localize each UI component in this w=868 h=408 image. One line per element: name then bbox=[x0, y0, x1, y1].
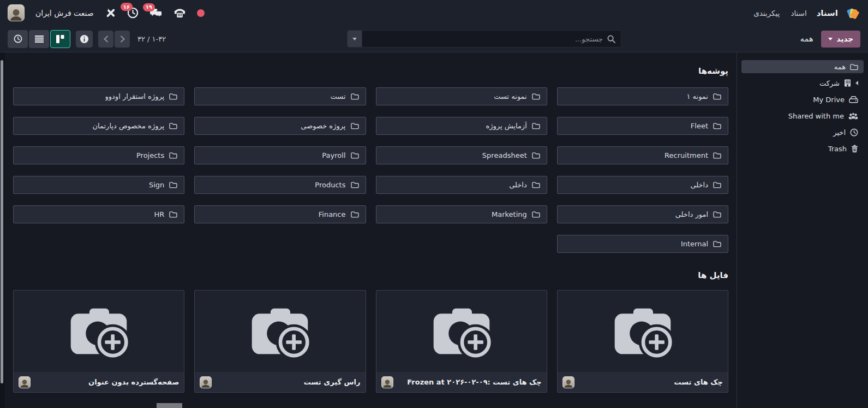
chevron-left-icon bbox=[104, 36, 109, 43]
sidebar-item-trash[interactable]: Trash bbox=[741, 142, 864, 155]
camera-plus-icon bbox=[249, 305, 311, 358]
sidebar-item-label: شرکت bbox=[819, 79, 840, 87]
folder-card[interactable]: پروژه استقرار اودوو bbox=[13, 87, 184, 105]
folder-icon bbox=[532, 152, 540, 159]
search-icon bbox=[607, 35, 615, 43]
activity-count-badge: ۱۶ bbox=[121, 3, 133, 11]
chat-icon[interactable]: ۱۹ bbox=[149, 8, 163, 19]
folder-icon bbox=[850, 63, 858, 70]
new-button[interactable]: جدید bbox=[821, 31, 860, 48]
menu-documents[interactable]: اسناد bbox=[789, 7, 807, 20]
list-view-button[interactable] bbox=[29, 30, 49, 48]
phone-icon[interactable] bbox=[173, 7, 186, 19]
activity-clock-icon[interactable]: ۱۶ bbox=[127, 7, 139, 19]
folder-icon bbox=[713, 181, 721, 188]
folder-card[interactable]: امور داخلی bbox=[557, 205, 728, 223]
info-icon bbox=[80, 34, 89, 44]
folder-card[interactable]: داخلی bbox=[376, 176, 547, 194]
caret-left-icon[interactable] bbox=[855, 81, 858, 85]
sidebar-item-label: Trash bbox=[828, 145, 847, 153]
kanban-view-button[interactable] bbox=[50, 30, 70, 48]
pager-previous-button[interactable] bbox=[98, 31, 113, 48]
folder-icon bbox=[713, 240, 721, 247]
message-count-badge: ۱۹ bbox=[143, 3, 155, 11]
sidebar-item-label: همه bbox=[834, 63, 846, 71]
folder-name: Marketing bbox=[492, 210, 527, 218]
vertical-scrollbar[interactable] bbox=[0, 52, 5, 408]
sidebar-item-label: My Drive bbox=[813, 96, 845, 104]
folder-card[interactable]: نمونه ۱ bbox=[557, 87, 728, 105]
folder-card[interactable]: نمونه تست bbox=[376, 87, 547, 105]
company-switcher[interactable]: صنعت فرش ایران bbox=[35, 9, 94, 17]
folder-card[interactable]: Projects bbox=[13, 146, 184, 164]
folder-name: پروژه خصوصی bbox=[301, 122, 345, 130]
file-title: راس گیری تست bbox=[304, 378, 361, 386]
folder-name: Products bbox=[315, 181, 345, 189]
sidebar-item-shared-with-me[interactable]: Shared with me bbox=[741, 109, 864, 122]
view-switcher bbox=[8, 30, 70, 48]
camera-plus-icon bbox=[430, 305, 493, 358]
folder-name: Recruitment bbox=[665, 151, 708, 159]
folder-card[interactable]: آزمایش پروژه bbox=[376, 117, 547, 135]
folder-name: داخلی bbox=[690, 181, 708, 189]
file-title: چک های تست bbox=[674, 378, 723, 386]
folder-icon bbox=[351, 181, 359, 188]
folder-card[interactable]: پروژه خصوصی bbox=[194, 117, 366, 135]
breadcrumb: همه bbox=[800, 34, 813, 43]
pager-value[interactable]: ۳۲ / ۱-۳۲ bbox=[135, 35, 168, 43]
folder-icon bbox=[169, 93, 177, 100]
folder-card[interactable]: Spreadsheet bbox=[376, 146, 547, 164]
folder-card[interactable]: تست bbox=[194, 87, 366, 105]
horizontal-scrollbar-thumb[interactable] bbox=[157, 403, 182, 408]
folder-card[interactable]: پروژه مخصوص دپارتمان bbox=[13, 117, 184, 135]
folder-card[interactable]: Recruitment bbox=[557, 146, 728, 164]
folder-icon bbox=[713, 93, 721, 100]
presence-dot-icon[interactable] bbox=[197, 9, 205, 17]
folder-card[interactable]: Products bbox=[194, 176, 366, 194]
file-owner-avatar bbox=[562, 376, 574, 388]
file-thumbnail bbox=[558, 291, 728, 372]
folder-name: نمونه تست bbox=[494, 92, 527, 100]
folder-card[interactable]: Fleet bbox=[557, 117, 728, 135]
search-dropdown-toggle[interactable] bbox=[348, 31, 362, 47]
file-thumbnail bbox=[195, 291, 365, 372]
folder-name: پروژه مخصوص دپارتمان bbox=[92, 122, 164, 130]
activity-view-button[interactable] bbox=[8, 30, 28, 48]
file-footer: راس گیری تست bbox=[195, 372, 365, 392]
folder-card[interactable]: Finance bbox=[194, 205, 366, 223]
caret-down-icon bbox=[828, 38, 833, 40]
sidebar-item-recent[interactable]: اخیر bbox=[741, 126, 864, 139]
file-footer: صفحه‌گسترده بدون عنوان bbox=[14, 372, 184, 392]
folder-icon bbox=[532, 181, 540, 188]
folder-card[interactable]: Internal bbox=[557, 235, 728, 253]
sidebar: همه شرکت My Drive bbox=[737, 52, 868, 408]
pager-next-button[interactable] bbox=[115, 31, 130, 48]
sidebar-item-my-drive[interactable]: My Drive bbox=[741, 93, 864, 106]
user-avatar[interactable] bbox=[8, 4, 25, 21]
documents-app-icon[interactable] bbox=[847, 6, 860, 20]
info-button[interactable] bbox=[76, 31, 93, 48]
vertical-scrollbar-thumb[interactable] bbox=[1, 60, 3, 383]
menu-configuration[interactable]: پیکربندی bbox=[752, 7, 781, 20]
file-card[interactable]: چک های تست bbox=[557, 290, 728, 393]
search-bar bbox=[347, 30, 621, 48]
workspace: همه شرکت My Drive bbox=[0, 52, 868, 408]
folder-card[interactable]: Payroll bbox=[194, 146, 366, 164]
tools-icon[interactable] bbox=[105, 7, 116, 19]
folder-icon bbox=[351, 152, 359, 159]
file-owner-avatar bbox=[381, 376, 393, 388]
folder-card[interactable]: HR bbox=[13, 205, 184, 223]
folder-name: نمونه ۱ bbox=[686, 92, 708, 100]
file-owner-avatar bbox=[19, 376, 31, 388]
folder-card[interactable]: Marketing bbox=[376, 205, 547, 223]
app-name[interactable]: اسناد bbox=[817, 8, 838, 18]
kanban-view-icon bbox=[56, 35, 64, 43]
file-card[interactable]: راس گیری تست bbox=[194, 290, 366, 393]
file-card[interactable]: صفحه‌گسترده بدون عنوان bbox=[13, 290, 184, 393]
search-input[interactable] bbox=[368, 35, 603, 43]
sidebar-item-all[interactable]: همه bbox=[741, 60, 864, 73]
folder-card[interactable]: داخلی bbox=[557, 176, 728, 194]
file-card[interactable]: Frozen at ۲۰۲۶-۰۲-۰۹: چک های تست bbox=[376, 290, 547, 393]
sidebar-item-company[interactable]: شرکت bbox=[741, 76, 864, 90]
folder-card[interactable]: Sign bbox=[13, 176, 184, 194]
